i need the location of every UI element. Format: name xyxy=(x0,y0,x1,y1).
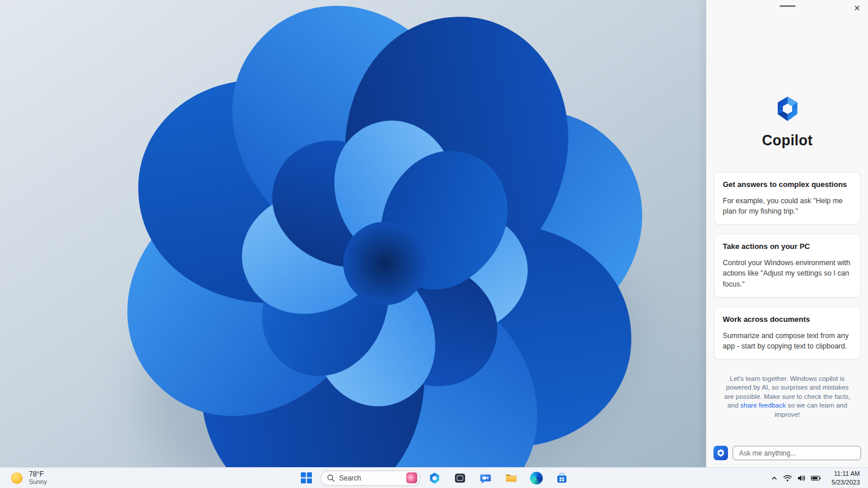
file-explorer-icon xyxy=(505,471,518,485)
card-body: Summarize and compose text from any app … xyxy=(723,331,852,351)
close-icon[interactable]: ✕ xyxy=(849,1,865,15)
clock-time: 11:11 AM xyxy=(832,469,860,478)
store-icon xyxy=(556,472,568,485)
share-feedback-link[interactable]: share feedback xyxy=(740,402,786,409)
system-tray: 11:11 AM 5/23/2023 xyxy=(768,468,863,488)
desktop-wallpaper xyxy=(0,0,706,467)
weather-widget[interactable]: 78°F Sunny xyxy=(6,468,50,488)
app-window-button[interactable] xyxy=(449,469,471,487)
card-body: For example, you could ask "Help me plan… xyxy=(723,196,852,217)
wifi-button[interactable] xyxy=(781,469,795,487)
search-highlight-thumbnail xyxy=(406,472,417,483)
card-body: Control your Windows environment with ac… xyxy=(723,258,852,289)
wifi-icon xyxy=(783,474,792,483)
card-heading: Get answers to complex questions xyxy=(723,180,852,189)
copilot-input-row xyxy=(713,446,861,460)
copilot-badge-icon xyxy=(713,446,728,460)
copilot-icon xyxy=(428,472,441,485)
store-button[interactable] xyxy=(551,469,573,487)
edge-icon xyxy=(530,472,543,485)
ai-disclaimer: Let's learn together. Windows copilot is… xyxy=(707,375,868,420)
copilot-taskbar-button[interactable] xyxy=(424,469,446,487)
taskbar: 78°F Sunny Search xyxy=(0,467,868,488)
panel-drag-handle[interactable] xyxy=(779,5,796,7)
weather-condition: Sunny xyxy=(29,478,47,486)
ask-me-anything-input[interactable] xyxy=(733,446,861,460)
taskbar-search[interactable]: Search xyxy=(321,471,420,486)
card-take-actions: Take actions on your PC Control your Win… xyxy=(714,234,860,297)
copilot-title: Copilot xyxy=(707,132,868,149)
battery-button[interactable] xyxy=(808,469,823,487)
tray-overflow-button[interactable] xyxy=(768,469,781,487)
card-heading: Work across documents xyxy=(723,315,852,324)
volume-button[interactable] xyxy=(795,469,808,487)
edge-button[interactable] xyxy=(525,469,547,487)
chat-button[interactable] xyxy=(475,469,496,487)
weather-temperature: 78°F xyxy=(29,470,47,478)
copilot-panel: ✕ Copilot Get answers to complex questio… xyxy=(706,0,868,467)
sun-icon xyxy=(9,471,24,486)
clock-date: 5/23/2023 xyxy=(832,478,860,486)
battery-icon xyxy=(811,474,821,483)
copilot-mini-logo-icon xyxy=(716,449,725,457)
disclaimer-text: so we can learn and improve! xyxy=(774,402,847,418)
app-window-icon xyxy=(454,472,466,485)
copilot-logo-icon xyxy=(774,95,801,123)
file-explorer-button[interactable] xyxy=(500,469,522,487)
clock[interactable]: 11:11 AM 5/23/2023 xyxy=(828,468,863,487)
intro-cards: Get answers to complex questions For exa… xyxy=(707,172,868,359)
volume-icon xyxy=(797,474,806,483)
card-heading: Take actions on your PC xyxy=(723,242,852,251)
search-icon xyxy=(327,474,335,482)
card-complex-questions: Get answers to complex questions For exa… xyxy=(714,172,860,225)
start-button[interactable] xyxy=(295,469,317,487)
card-work-documents: Work across documents Summarize and comp… xyxy=(714,307,860,359)
search-label: Search xyxy=(339,474,402,482)
taskbar-center: Search xyxy=(295,468,573,488)
chevron-up-icon xyxy=(770,474,778,482)
chat-icon xyxy=(479,472,492,485)
windows-start-icon xyxy=(301,472,312,483)
bloom-wallpaper-art xyxy=(0,0,706,467)
